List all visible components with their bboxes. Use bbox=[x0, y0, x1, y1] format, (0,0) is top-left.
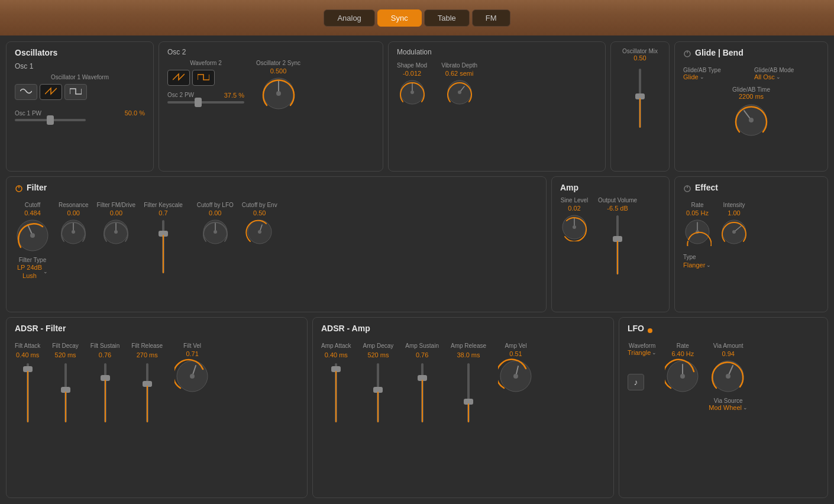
svg-point-35 bbox=[680, 374, 685, 379]
adsr-filter-title: ADSR - Filter bbox=[15, 324, 299, 333]
glide-time-label: Glide/AB Time bbox=[732, 86, 770, 93]
cutoff-env-knob: Cutoff by Env 0.50 bbox=[242, 202, 277, 246]
sine-level-knob: Sine Level 0.02 bbox=[560, 197, 589, 241]
amp-title: Amp bbox=[560, 183, 661, 192]
main-content: Oscillators Osc 1 Oscillator 1 Waveform … bbox=[0, 35, 834, 504]
osc-mix-value: 0.50 bbox=[633, 54, 646, 62]
adsr-amp-row: Amp Attack 0.40 ms Amp Decay 520 ms bbox=[321, 338, 605, 425]
osc1-waveform-label: Oscillator 1 Waveform bbox=[15, 74, 145, 80]
adsr-amp-panel: ADSR - Amp Amp Attack 0.40 ms Amp Decay … bbox=[312, 317, 614, 498]
lfo-note-btn[interactable]: ♪ bbox=[628, 374, 644, 390]
svg-point-33 bbox=[513, 374, 518, 379]
mod-title: Modulation bbox=[397, 48, 597, 56]
filter-type-select[interactable]: LP 24dBLush ⌄ bbox=[17, 263, 48, 280]
wave-btn2-saw[interactable] bbox=[167, 70, 190, 86]
fm-drive-knob: Filter FM/Drive 0.00 bbox=[97, 202, 136, 246]
svg-point-3 bbox=[410, 91, 414, 94]
shape-mod-knob: Shape Mod -0.012 bbox=[397, 62, 427, 106]
lfo-waveform: Waveform Triangle ⌄ ♪ bbox=[628, 343, 657, 390]
osc-mix-label: Oscillator Mix bbox=[622, 48, 658, 54]
svg-point-9 bbox=[749, 118, 754, 122]
osc1-pw-label: Osc 1 PW bbox=[15, 110, 41, 117]
osc2-panel: Osc 2 Waveform 2 Osc 2 PW bbox=[159, 41, 383, 172]
vibrato-value: 0.62 semi bbox=[445, 70, 474, 77]
vibrato-knob: Vibrato Depth 0.62 semi bbox=[441, 62, 477, 106]
cutoff-lfo-knob: Cutoff by LFO 0.00 bbox=[197, 202, 234, 246]
modulation-panel: Modulation Shape Mod -0.012 bbox=[388, 41, 606, 172]
lfo-waveform-select[interactable]: Triangle ⌄ bbox=[628, 349, 657, 356]
osc2-subtitle: Osc 2 bbox=[167, 48, 374, 56]
svg-point-5 bbox=[458, 91, 461, 94]
lfo-title: LFO bbox=[628, 324, 644, 333]
osc2-sync-value: 0.500 bbox=[270, 67, 287, 75]
lfo-via-amount-knob: Via Amount 0.94 Via Source Mod W bbox=[709, 343, 748, 411]
osc1-title: Oscillators bbox=[15, 48, 145, 57]
wave-btn-square[interactable] bbox=[64, 84, 87, 100]
svg-point-19 bbox=[214, 230, 217, 234]
svg-point-15 bbox=[72, 230, 75, 234]
osc1-pw-slider[interactable] bbox=[15, 119, 86, 121]
effect-power-icon[interactable] bbox=[683, 185, 691, 195]
osc2-pw-slider[interactable] bbox=[167, 101, 244, 104]
amp-attack-slider: Amp Attack 0.40 ms bbox=[321, 343, 351, 425]
tab-sync[interactable]: Sync bbox=[377, 9, 422, 27]
shape-mod-value: -0.012 bbox=[403, 70, 421, 77]
filt-decay-slider: Filt Decay 520 ms bbox=[52, 343, 78, 425]
wave-btn-sine[interactable] bbox=[15, 84, 37, 100]
svg-point-23 bbox=[573, 225, 576, 229]
osc-mix-panel: Oscillator Mix 0.50 bbox=[610, 41, 670, 172]
filt-release-slider: Filt Release 270 ms bbox=[131, 343, 163, 425]
filter-title: Filter bbox=[27, 183, 47, 192]
glide-power-icon[interactable] bbox=[683, 50, 691, 60]
keyscale-value: 0.7 bbox=[159, 209, 167, 217]
filter-panel: Filter Cutoff 0.484 bbox=[6, 176, 547, 312]
output-volume-slider[interactable] bbox=[616, 215, 619, 274]
glide-time-value: 2200 ms bbox=[739, 93, 764, 100]
adsr-amp-title: ADSR - Amp bbox=[321, 324, 605, 333]
keyscale-slider[interactable] bbox=[162, 220, 164, 273]
effect-title: Effect bbox=[695, 183, 718, 192]
row-oscillators: Oscillators Osc 1 Oscillator 1 Waveform … bbox=[6, 41, 828, 172]
glide-panel: Glide | Bend Glide/AB Type Glide ⌄ Glide… bbox=[674, 41, 828, 172]
shape-mod-label: Shape Mod bbox=[397, 62, 427, 69]
effect-panel: Effect Rate 0.05 Hz I bbox=[674, 176, 828, 312]
osc1-pw-value: 50.0 % bbox=[125, 109, 145, 117]
filt-vel-knob: Filt Vel 0.71 bbox=[174, 343, 210, 394]
glide-title: Glide | Bend bbox=[695, 48, 744, 57]
osc2-waveform-btns bbox=[167, 70, 244, 86]
amp-release-slider: Amp Release 38.0 ms bbox=[451, 343, 486, 425]
row-filter-amp: Filter Cutoff 0.484 bbox=[6, 176, 828, 312]
glide-time-knob[interactable] bbox=[733, 102, 769, 138]
amp-vel-knob: Amp Vel 0.51 bbox=[498, 343, 534, 394]
amp-sustain-slider: Amp Sustain 0.76 bbox=[405, 343, 439, 425]
effect-type-label: Type bbox=[683, 254, 696, 260]
effect-rate-knob: Rate 0.05 Hz bbox=[683, 202, 712, 246]
adsr-filter-row: Filt Attack 0.40 ms Filt Decay 520 ms bbox=[15, 338, 299, 425]
osc1-panel: Oscillators Osc 1 Oscillator 1 Waveform … bbox=[6, 41, 154, 172]
osc-mix-slider[interactable] bbox=[639, 69, 641, 128]
lfo-panel: LFO Waveform Triangle ⌄ ♪ Rate 6.40 Hz bbox=[619, 317, 828, 498]
effect-type-select[interactable]: Flanger ⌄ bbox=[683, 261, 819, 269]
osc2-sync-label: Oscillator 2 Sync bbox=[256, 60, 300, 66]
lfo-active-dot bbox=[648, 328, 652, 333]
svg-point-13 bbox=[30, 233, 35, 238]
filter-power-icon[interactable] bbox=[15, 185, 23, 195]
wave-btn-saw[interactable] bbox=[40, 84, 62, 100]
glide-type-select[interactable]: Glide ⌄ bbox=[683, 73, 748, 80]
svg-point-17 bbox=[114, 230, 118, 234]
glide-type: Glide/AB Type Glide ⌄ bbox=[683, 67, 748, 80]
osc1-waveform-btns bbox=[15, 84, 145, 100]
resonance-knob: Resonance 0.00 bbox=[59, 202, 89, 246]
row-adsr: ADSR - Filter Filt Attack 0.40 ms Filt D… bbox=[6, 317, 828, 498]
tab-fm[interactable]: FM bbox=[472, 9, 510, 27]
vibrato-label: Vibrato Depth bbox=[441, 62, 477, 69]
tab-analog[interactable]: Analog bbox=[324, 9, 374, 27]
wave-btn2-square[interactable] bbox=[192, 70, 215, 86]
osc2-pw-label: Osc 2 PW bbox=[167, 92, 194, 99]
lfo-via-source-select[interactable]: Mod Wheel ⌄ bbox=[709, 404, 748, 411]
tab-table[interactable]: Table bbox=[424, 9, 470, 27]
osc2-sync-knob: Oscillator 2 Sync 0.500 bbox=[256, 60, 300, 111]
svg-point-31 bbox=[190, 374, 195, 379]
filt-sustain-slider: Filt Sustain 0.76 bbox=[90, 343, 119, 425]
glide-mode-select[interactable]: All Osc ⌄ bbox=[754, 73, 819, 80]
